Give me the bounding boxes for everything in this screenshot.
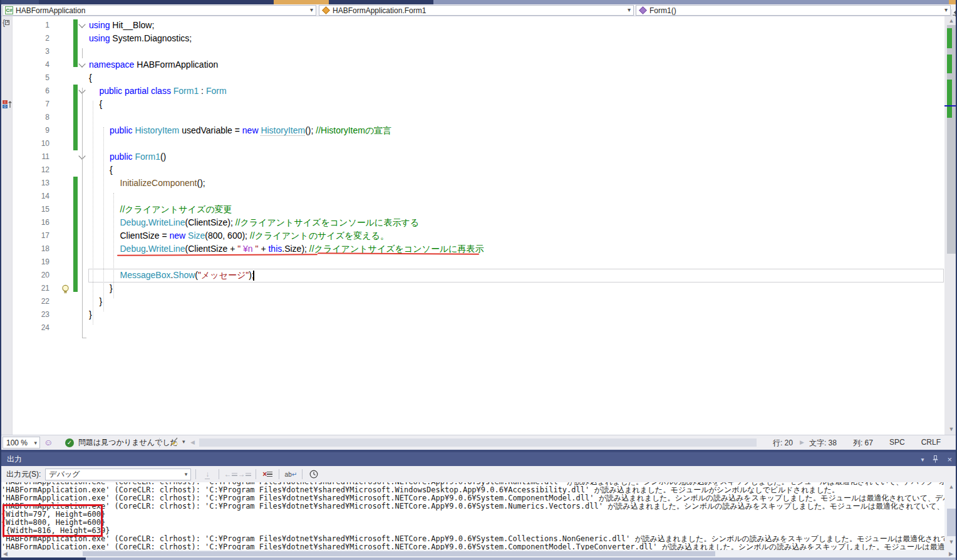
code-line[interactable]: public partial class Form1 : Form: [89, 85, 227, 98]
output-line: 'HABFormApplication.exe' (CoreCLR: clrho…: [1, 486, 944, 494]
code-line[interactable]: }: [89, 295, 102, 308]
window-tab-strip[interactable]: [1, 0, 957, 4]
inheritance-margin-icon[interactable]: IO: [3, 100, 12, 108]
close-icon[interactable]: ×: [947, 455, 952, 464]
type-dropdown-label: HABFormApplication.Form1: [333, 6, 426, 15]
chevron-down-icon: ▾: [944, 6, 948, 13]
feedback-icon[interactable]: ☺: [44, 437, 53, 447]
chevron-down-icon: ▾: [628, 6, 631, 13]
clock-icon[interactable]: [307, 469, 321, 480]
type-dropdown[interactable]: HABFormApplication.Form1 ▾: [319, 5, 634, 16]
code-line[interactable]: Debug.WriteLine(ClientSize); //クライアントサイズ…: [89, 216, 419, 229]
code-line[interactable]: {: [89, 71, 92, 85]
code-line[interactable]: //クライアントサイズの変更: [89, 203, 232, 216]
line-number: 17: [13, 229, 49, 242]
member-dropdown-label: Form1(): [649, 6, 676, 15]
window-tab[interactable]: [274, 0, 329, 4]
code-line[interactable]: }: [89, 308, 92, 321]
window-tab[interactable]: [1, 0, 39, 4]
output-text-area[interactable]: 'HABFormApplication.exe' (CoreCLR: clrho…: [1, 482, 944, 550]
next-message-icon[interactable]: →: [237, 469, 251, 480]
pin-icon[interactable]: [933, 455, 938, 463]
output-vertical-scrollbar[interactable]: ▲ ▼: [944, 482, 957, 550]
fold-chevron-icon[interactable]: [78, 60, 85, 67]
window-tab[interactable]: [197, 0, 273, 4]
code-line[interactable]: }: [89, 282, 113, 295]
code-line[interactable]: {: [89, 98, 102, 111]
scroll-up-icon[interactable]: ▲: [944, 484, 957, 490]
document-outline-icon[interactable]: {: [3, 18, 12, 27]
status-column[interactable]: 列: 67: [853, 438, 873, 449]
status-eol[interactable]: CRLF: [921, 438, 941, 449]
scrollbar-thumb[interactable]: [199, 438, 757, 447]
window-tab[interactable]: [39, 0, 113, 4]
status-spaces[interactable]: SPC: [889, 438, 905, 449]
line-number: 2: [13, 32, 49, 45]
code-line[interactable]: using System.Diagnostics;: [89, 32, 192, 45]
project-dropdown-label: HABFormApplication: [16, 6, 85, 15]
previous-message-icon[interactable]: ←: [224, 469, 237, 480]
code-line[interactable]: public HistoryItem usedVariable = new Hi…: [89, 124, 391, 137]
red-underline-annotation: [117, 254, 318, 256]
window-tab[interactable]: [329, 0, 433, 4]
change-bar: [73, 85, 78, 150]
chevron-down-icon: ▾: [310, 6, 313, 13]
code-line[interactable]: [89, 111, 100, 124]
word-wrap-icon[interactable]: ab↵: [284, 469, 297, 480]
separator: [279, 469, 279, 479]
output-source-label: 出力元(S):: [6, 469, 41, 480]
output-panel-titlebar[interactable]: 出力 ▾ ×: [1, 452, 957, 466]
svg-text:I: I: [4, 100, 5, 104]
zoom-dropdown[interactable]: 100 % ▾: [3, 437, 40, 449]
scrollbar-thumb[interactable]: [947, 509, 956, 536]
code-line[interactable]: [89, 137, 110, 150]
code-line[interactable]: [89, 256, 120, 269]
window-tab[interactable]: [949, 0, 957, 4]
window-tab[interactable]: [433, 0, 949, 4]
window-position-icon[interactable]: ▾: [921, 456, 924, 463]
line-number: 6: [13, 85, 49, 98]
editor-vertical-scrollbar[interactable]: ▲ ▼: [944, 16, 957, 435]
change-bar: [73, 19, 78, 67]
output-source-dropdown[interactable]: デバッグ ▾: [45, 469, 191, 480]
code-line[interactable]: ClientSize = new Size(800, 600); //クライアン…: [89, 229, 389, 242]
code-line[interactable]: namespace HABFormApplication: [89, 58, 218, 71]
scrollbar-thumb[interactable]: [83, 551, 715, 556]
scroll-down-icon[interactable]: ▼: [944, 539, 957, 545]
output-line: 'HABFormApplication.exe' (CoreCLR: clrho…: [1, 502, 944, 511]
code-editor[interactable]: { IO 12345678910111213141516171819202122…: [1, 16, 957, 435]
document-health-indicator[interactable]: ✓ 問題は見つかりませんでした: [65, 437, 178, 448]
scroll-right-icon[interactable]: ▶: [949, 551, 953, 557]
code-line[interactable]: {: [89, 163, 113, 177]
project-dropdown[interactable]: C# HABFormApplication ▾: [3, 5, 316, 16]
red-box-annotation: [3, 504, 103, 537]
status-line[interactable]: 行: 20: [773, 438, 793, 449]
broom-icon: [169, 437, 179, 447]
code-line[interactable]: InitializeComponent();: [89, 177, 205, 190]
scroll-left-icon[interactable]: ◀: [190, 439, 195, 445]
member-dropdown[interactable]: Form1() ▾: [636, 5, 951, 16]
lightbulb-icon[interactable]: [61, 284, 70, 294]
scroll-left-icon[interactable]: ◀: [3, 551, 8, 557]
code-navigation-bar: C# HABFormApplication ▾ HABFormApplicati…: [1, 4, 957, 16]
line-number: 16: [13, 216, 49, 229]
status-chars[interactable]: 文字: 38: [809, 438, 837, 449]
scroll-up-icon[interactable]: ▲: [944, 18, 957, 24]
window-tab[interactable]: [113, 0, 196, 4]
code-line[interactable]: MessageBox.Show("メッセージ");: [89, 269, 254, 282]
editor-horizontal-scrollbar[interactable]: ◀ ▶: [189, 437, 809, 449]
clear-all-icon[interactable]: ×: [261, 469, 274, 480]
separator: [219, 469, 219, 479]
output-line: {Width=816, Height=639}: [1, 527, 944, 535]
output-horizontal-scrollbar[interactable]: ◀ ▶: [1, 550, 957, 557]
separator: [302, 469, 303, 479]
code-line[interactable]: using Hit__Blow;: [89, 19, 154, 32]
line-number: 5: [13, 71, 49, 85]
code-cleanup-button[interactable]: ▾: [169, 437, 185, 447]
fold-chevron-icon[interactable]: [78, 21, 85, 28]
code-line[interactable]: [89, 190, 120, 203]
code-line[interactable]: public Form1(): [89, 150, 166, 163]
method-icon: [639, 6, 647, 14]
scroll-down-icon[interactable]: ▼: [944, 426, 957, 432]
goto-end-icon[interactable]: ↓: [200, 469, 214, 480]
